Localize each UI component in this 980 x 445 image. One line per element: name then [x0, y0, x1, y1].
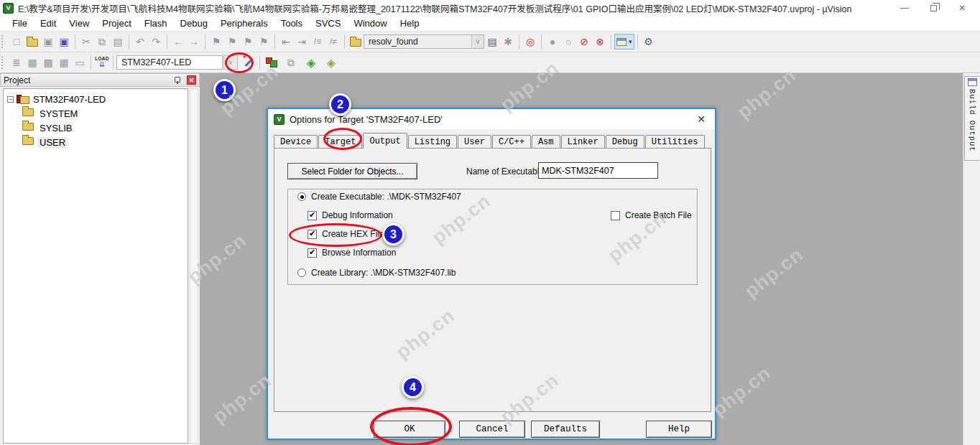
tree-row-user[interactable]: USER: [5, 135, 186, 149]
rebuild-icon[interactable]: ▩: [40, 55, 56, 70]
executable-name-input[interactable]: [538, 162, 658, 179]
runtime-environment-icon[interactable]: ◈: [303, 55, 319, 70]
undo-icon[interactable]: ↶: [132, 34, 148, 50]
find-in-files-icon[interactable]: ▤: [484, 34, 500, 50]
tree-folder-label[interactable]: SYSTEM: [37, 108, 80, 119]
browse-information-checkbox[interactable]: ✔ Browse Information: [308, 248, 396, 258]
tab-linker[interactable]: Linker: [561, 135, 605, 149]
tab-debug[interactable]: Debug: [606, 135, 644, 149]
manage-project-items-icon[interactable]: [263, 55, 279, 70]
select-folder-button[interactable]: Select Folder for Objects...: [287, 163, 417, 179]
find-icon[interactable]: [348, 34, 364, 50]
tab-user[interactable]: User: [458, 135, 491, 149]
menu-file[interactable]: File: [6, 17, 34, 30]
translate-icon[interactable]: ≣: [9, 55, 24, 70]
build-output-tab[interactable]: Build Output: [964, 76, 979, 161]
breakpoint-insert-icon[interactable]: ●: [545, 34, 560, 50]
indent-icon[interactable]: ⇥: [294, 34, 310, 50]
target-combobox[interactable]: STM32F407-LED: [116, 55, 223, 70]
tab-device[interactable]: Device: [274, 135, 318, 149]
menu-edit[interactable]: Edit: [34, 17, 63, 30]
batch-build-icon[interactable]: ▦: [56, 55, 72, 70]
cancel-button[interactable]: Cancel: [459, 421, 525, 438]
menu-flash[interactable]: Flash: [138, 17, 174, 30]
download-to-flash-icon[interactable]: LOAD⇊: [94, 55, 110, 70]
bookmark-clear-icon[interactable]: ⚑: [256, 34, 272, 50]
cut-icon[interactable]: ✂: [78, 34, 94, 50]
find-combobox-value: resolv_found: [364, 37, 471, 47]
collapse-expander-icon[interactable]: −: [7, 96, 14, 103]
checkbox-icon[interactable]: ✔: [611, 211, 620, 220]
navigate-forward-icon[interactable]: →: [186, 34, 202, 50]
restore-button[interactable]: [928, 3, 938, 13]
unindent-icon[interactable]: ⇤: [278, 34, 294, 50]
navigate-back-icon[interactable]: ←: [170, 34, 186, 50]
stop-build-icon[interactable]: ▭: [72, 55, 88, 70]
menu-window[interactable]: Window: [347, 17, 393, 30]
tree-row-target[interactable]: − STM32F407-LED: [5, 92, 186, 106]
debug-information-label: Debug Information: [322, 210, 393, 220]
copy-icon[interactable]: ⧉: [94, 34, 110, 50]
pin-icon[interactable]: [174, 77, 181, 84]
bookmark-toggle-icon[interactable]: ⚑: [208, 34, 224, 50]
tree-row-system[interactable]: SYSTEM: [5, 106, 186, 121]
radio-icon[interactable]: [297, 192, 306, 201]
tab-output[interactable]: Output: [363, 133, 407, 149]
checkbox-icon[interactable]: ✔: [308, 248, 317, 258]
new-file-icon[interactable]: □: [9, 34, 24, 50]
debug-information-checkbox[interactable]: ✔ Debug Information: [308, 210, 393, 220]
tab-asm[interactable]: Asm: [532, 135, 560, 149]
menu-peripherals[interactable]: Peripherals: [214, 17, 274, 30]
browse-information-label: Browse Information: [322, 248, 396, 258]
tree-folder-label[interactable]: SYSLIB: [37, 123, 75, 134]
save-icon[interactable]: ▣: [40, 34, 56, 50]
bookmark-next-icon[interactable]: ⚑: [224, 34, 240, 50]
tab-listing[interactable]: Listing: [408, 135, 457, 149]
create-batch-checkbox[interactable]: ✔ Create Batch File: [611, 210, 692, 220]
project-panel-close-icon[interactable]: ✕: [187, 75, 196, 85]
bookmark-prev-icon[interactable]: ⚑: [240, 34, 256, 50]
tab-utilities[interactable]: Utilities: [645, 135, 705, 149]
tab-cpp[interactable]: C/C++: [492, 135, 531, 149]
tree-folder-label[interactable]: USER: [37, 137, 68, 148]
checkbox-icon[interactable]: ✔: [308, 211, 317, 220]
open-file-icon[interactable]: [24, 34, 40, 50]
comment-icon[interactable]: /≡: [310, 34, 325, 50]
dialog-close-icon[interactable]: ✕: [695, 113, 708, 126]
help-button[interactable]: Help: [646, 421, 712, 438]
multi-project-icon[interactable]: ⧉: [283, 55, 299, 70]
menu-view[interactable]: View: [63, 17, 96, 30]
build-icon[interactable]: ▦: [24, 55, 40, 70]
window-icon: [616, 38, 627, 46]
window-config-icon[interactable]: ▾: [614, 34, 634, 50]
uncomment-icon[interactable]: /≠: [325, 34, 341, 50]
redo-icon[interactable]: ↷: [148, 34, 164, 50]
find-combobox[interactable]: resolv_found ˅: [364, 34, 484, 49]
defaults-button[interactable]: Defaults: [531, 421, 600, 438]
book-search-icon[interactable]: ◎: [522, 34, 538, 50]
incremental-find-icon[interactable]: ✱: [500, 34, 516, 50]
configure-tools-icon[interactable]: ⚙: [641, 34, 657, 50]
uvision-window: V E:\教学&项目开发\开发项目\飞航科技M4物联网实验箱\飞航M4物联网实验…: [0, 0, 980, 445]
minimize-button[interactable]: —: [900, 3, 910, 13]
menu-help[interactable]: Help: [394, 17, 426, 30]
create-library-radio[interactable]: Create Library: .\MDK-STM32F407.lib: [297, 268, 456, 278]
menu-debug[interactable]: Debug: [174, 17, 214, 30]
create-executable-radio[interactable]: Create Executable: .\MDK-STM32F407: [297, 192, 461, 202]
right-dock-strip: Build Output: [963, 73, 980, 445]
chevron-down-icon[interactable]: ˅: [471, 35, 484, 48]
tree-row-syslib[interactable]: SYSLIB: [5, 121, 186, 135]
breakpoint-disable-icon[interactable]: ○: [560, 34, 576, 50]
radio-icon[interactable]: [297, 268, 306, 277]
breakpoint-disable-all-icon[interactable]: ⊘: [576, 34, 592, 50]
menu-svcs[interactable]: SVCS: [309, 17, 347, 30]
pack-installer-icon[interactable]: ◈: [323, 55, 339, 70]
close-button[interactable]: ✕: [957, 3, 967, 13]
breakpoint-kill-all-icon[interactable]: ⊗: [592, 34, 608, 50]
menu-project[interactable]: Project: [96, 17, 137, 30]
paste-icon[interactable]: ▤: [110, 34, 126, 50]
tree-target-label[interactable]: STM32F407-LED: [31, 94, 108, 105]
menu-tools[interactable]: Tools: [274, 17, 309, 30]
project-tree-scrollbar[interactable]: [190, 88, 198, 444]
save-all-icon[interactable]: ▣: [56, 34, 72, 50]
